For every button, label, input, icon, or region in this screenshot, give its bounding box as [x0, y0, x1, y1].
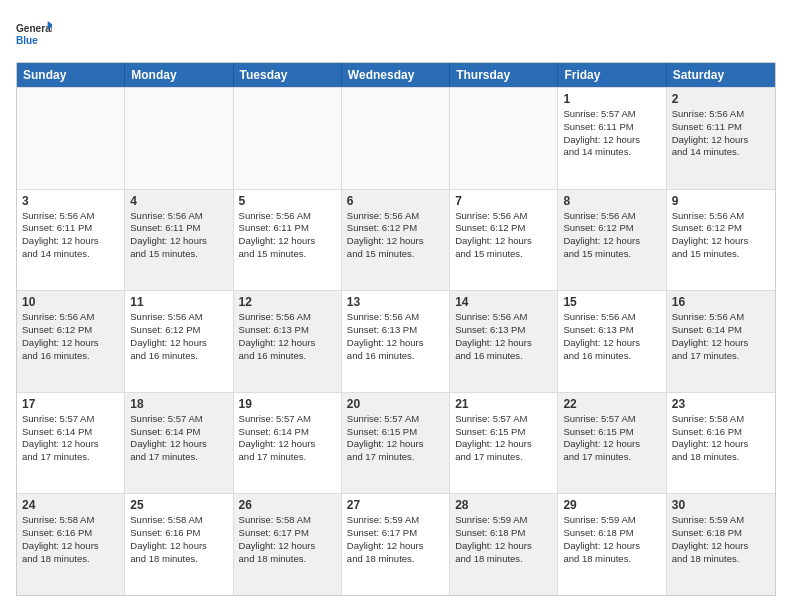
- day-info: Sunrise: 5:57 AM Sunset: 6:14 PM Dayligh…: [22, 413, 119, 464]
- day-number: 6: [347, 194, 444, 208]
- day-info: Sunrise: 5:56 AM Sunset: 6:13 PM Dayligh…: [563, 311, 660, 362]
- empty-cell: [342, 88, 450, 189]
- day-number: 11: [130, 295, 227, 309]
- day-number: 19: [239, 397, 336, 411]
- day-number: 25: [130, 498, 227, 512]
- calendar-day-cell: 26Sunrise: 5:58 AM Sunset: 6:17 PM Dayli…: [234, 494, 342, 595]
- svg-text:Blue: Blue: [16, 35, 38, 46]
- empty-cell: [450, 88, 558, 189]
- logo-svg: General Blue: [16, 16, 52, 52]
- empty-cell: [125, 88, 233, 189]
- calendar-day-cell: 24Sunrise: 5:58 AM Sunset: 6:16 PM Dayli…: [17, 494, 125, 595]
- weekday-header: Thursday: [450, 63, 558, 87]
- calendar-day-cell: 13Sunrise: 5:56 AM Sunset: 6:13 PM Dayli…: [342, 291, 450, 392]
- calendar-day-cell: 4Sunrise: 5:56 AM Sunset: 6:11 PM Daylig…: [125, 190, 233, 291]
- empty-cell: [234, 88, 342, 189]
- weekday-header: Monday: [125, 63, 233, 87]
- weekday-header: Sunday: [17, 63, 125, 87]
- calendar-day-cell: 29Sunrise: 5:59 AM Sunset: 6:18 PM Dayli…: [558, 494, 666, 595]
- day-number: 17: [22, 397, 119, 411]
- day-info: Sunrise: 5:56 AM Sunset: 6:11 PM Dayligh…: [130, 210, 227, 261]
- calendar-day-cell: 11Sunrise: 5:56 AM Sunset: 6:12 PM Dayli…: [125, 291, 233, 392]
- day-number: 29: [563, 498, 660, 512]
- calendar-day-cell: 23Sunrise: 5:58 AM Sunset: 6:16 PM Dayli…: [667, 393, 775, 494]
- calendar-day-cell: 9Sunrise: 5:56 AM Sunset: 6:12 PM Daylig…: [667, 190, 775, 291]
- calendar-day-cell: 5Sunrise: 5:56 AM Sunset: 6:11 PM Daylig…: [234, 190, 342, 291]
- calendar-body: 1Sunrise: 5:57 AM Sunset: 6:11 PM Daylig…: [17, 87, 775, 595]
- day-number: 16: [672, 295, 770, 309]
- day-info: Sunrise: 5:59 AM Sunset: 6:17 PM Dayligh…: [347, 514, 444, 565]
- day-info: Sunrise: 5:58 AM Sunset: 6:16 PM Dayligh…: [672, 413, 770, 464]
- day-number: 27: [347, 498, 444, 512]
- calendar-day-cell: 30Sunrise: 5:59 AM Sunset: 6:18 PM Dayli…: [667, 494, 775, 595]
- day-info: Sunrise: 5:56 AM Sunset: 6:12 PM Dayligh…: [563, 210, 660, 261]
- day-info: Sunrise: 5:56 AM Sunset: 6:13 PM Dayligh…: [239, 311, 336, 362]
- day-info: Sunrise: 5:58 AM Sunset: 6:16 PM Dayligh…: [130, 514, 227, 565]
- calendar-day-cell: 12Sunrise: 5:56 AM Sunset: 6:13 PM Dayli…: [234, 291, 342, 392]
- calendar-day-cell: 27Sunrise: 5:59 AM Sunset: 6:17 PM Dayli…: [342, 494, 450, 595]
- weekday-header: Saturday: [667, 63, 775, 87]
- calendar-day-cell: 3Sunrise: 5:56 AM Sunset: 6:11 PM Daylig…: [17, 190, 125, 291]
- day-info: Sunrise: 5:59 AM Sunset: 6:18 PM Dayligh…: [455, 514, 552, 565]
- day-info: Sunrise: 5:57 AM Sunset: 6:15 PM Dayligh…: [455, 413, 552, 464]
- day-number: 21: [455, 397, 552, 411]
- day-info: Sunrise: 5:58 AM Sunset: 6:16 PM Dayligh…: [22, 514, 119, 565]
- calendar-header: SundayMondayTuesdayWednesdayThursdayFrid…: [17, 63, 775, 87]
- day-number: 5: [239, 194, 336, 208]
- day-info: Sunrise: 5:56 AM Sunset: 6:12 PM Dayligh…: [22, 311, 119, 362]
- header: General Blue: [16, 16, 776, 52]
- day-number: 28: [455, 498, 552, 512]
- day-number: 15: [563, 295, 660, 309]
- day-number: 20: [347, 397, 444, 411]
- day-number: 24: [22, 498, 119, 512]
- page: General Blue SundayMondayTuesdayWednesda…: [0, 0, 792, 612]
- calendar-day-cell: 8Sunrise: 5:56 AM Sunset: 6:12 PM Daylig…: [558, 190, 666, 291]
- calendar-row: 1Sunrise: 5:57 AM Sunset: 6:11 PM Daylig…: [17, 87, 775, 189]
- svg-text:General: General: [16, 23, 52, 34]
- day-number: 23: [672, 397, 770, 411]
- day-info: Sunrise: 5:59 AM Sunset: 6:18 PM Dayligh…: [672, 514, 770, 565]
- day-number: 2: [672, 92, 770, 106]
- calendar-day-cell: 17Sunrise: 5:57 AM Sunset: 6:14 PM Dayli…: [17, 393, 125, 494]
- calendar-day-cell: 15Sunrise: 5:56 AM Sunset: 6:13 PM Dayli…: [558, 291, 666, 392]
- day-number: 30: [672, 498, 770, 512]
- weekday-header: Friday: [558, 63, 666, 87]
- day-info: Sunrise: 5:57 AM Sunset: 6:15 PM Dayligh…: [563, 413, 660, 464]
- day-number: 14: [455, 295, 552, 309]
- day-number: 9: [672, 194, 770, 208]
- day-info: Sunrise: 5:58 AM Sunset: 6:17 PM Dayligh…: [239, 514, 336, 565]
- calendar-day-cell: 16Sunrise: 5:56 AM Sunset: 6:14 PM Dayli…: [667, 291, 775, 392]
- calendar-day-cell: 28Sunrise: 5:59 AM Sunset: 6:18 PM Dayli…: [450, 494, 558, 595]
- day-info: Sunrise: 5:56 AM Sunset: 6:11 PM Dayligh…: [22, 210, 119, 261]
- calendar-row: 3Sunrise: 5:56 AM Sunset: 6:11 PM Daylig…: [17, 189, 775, 291]
- calendar-day-cell: 1Sunrise: 5:57 AM Sunset: 6:11 PM Daylig…: [558, 88, 666, 189]
- day-number: 22: [563, 397, 660, 411]
- calendar-day-cell: 21Sunrise: 5:57 AM Sunset: 6:15 PM Dayli…: [450, 393, 558, 494]
- day-info: Sunrise: 5:57 AM Sunset: 6:14 PM Dayligh…: [130, 413, 227, 464]
- calendar-day-cell: 7Sunrise: 5:56 AM Sunset: 6:12 PM Daylig…: [450, 190, 558, 291]
- day-number: 10: [22, 295, 119, 309]
- calendar-row: 24Sunrise: 5:58 AM Sunset: 6:16 PM Dayli…: [17, 493, 775, 595]
- calendar-day-cell: 6Sunrise: 5:56 AM Sunset: 6:12 PM Daylig…: [342, 190, 450, 291]
- day-number: 3: [22, 194, 119, 208]
- calendar-day-cell: 25Sunrise: 5:58 AM Sunset: 6:16 PM Dayli…: [125, 494, 233, 595]
- day-info: Sunrise: 5:56 AM Sunset: 6:11 PM Dayligh…: [672, 108, 770, 159]
- day-info: Sunrise: 5:56 AM Sunset: 6:12 PM Dayligh…: [672, 210, 770, 261]
- day-info: Sunrise: 5:56 AM Sunset: 6:12 PM Dayligh…: [455, 210, 552, 261]
- day-info: Sunrise: 5:59 AM Sunset: 6:18 PM Dayligh…: [563, 514, 660, 565]
- day-info: Sunrise: 5:56 AM Sunset: 6:14 PM Dayligh…: [672, 311, 770, 362]
- day-info: Sunrise: 5:57 AM Sunset: 6:14 PM Dayligh…: [239, 413, 336, 464]
- day-number: 12: [239, 295, 336, 309]
- day-info: Sunrise: 5:56 AM Sunset: 6:13 PM Dayligh…: [455, 311, 552, 362]
- logo: General Blue: [16, 16, 52, 52]
- day-number: 18: [130, 397, 227, 411]
- calendar-row: 10Sunrise: 5:56 AM Sunset: 6:12 PM Dayli…: [17, 290, 775, 392]
- calendar: SundayMondayTuesdayWednesdayThursdayFrid…: [16, 62, 776, 596]
- day-number: 1: [563, 92, 660, 106]
- calendar-day-cell: 18Sunrise: 5:57 AM Sunset: 6:14 PM Dayli…: [125, 393, 233, 494]
- day-info: Sunrise: 5:56 AM Sunset: 6:11 PM Dayligh…: [239, 210, 336, 261]
- day-info: Sunrise: 5:56 AM Sunset: 6:12 PM Dayligh…: [347, 210, 444, 261]
- calendar-row: 17Sunrise: 5:57 AM Sunset: 6:14 PM Dayli…: [17, 392, 775, 494]
- day-number: 13: [347, 295, 444, 309]
- day-info: Sunrise: 5:57 AM Sunset: 6:11 PM Dayligh…: [563, 108, 660, 159]
